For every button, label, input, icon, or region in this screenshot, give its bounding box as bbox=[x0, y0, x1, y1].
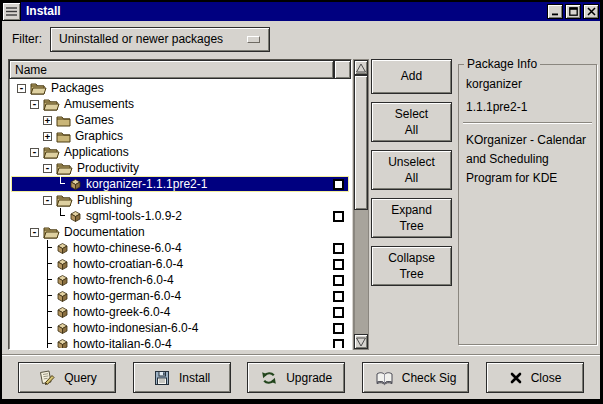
dropdown-indicator-icon bbox=[247, 36, 260, 43]
maximize-icon bbox=[569, 7, 578, 16]
tree-row[interactable]: -Packages bbox=[11, 80, 349, 96]
tree-row[interactable]: howto-greek-6.0-4 bbox=[11, 304, 349, 320]
titlebar-maximize-button[interactable] bbox=[565, 4, 581, 19]
tree-row[interactable]: howto-indonesian-6.0-4 bbox=[11, 320, 349, 336]
package-checkbox[interactable] bbox=[333, 243, 344, 254]
tree-row[interactable]: -Documentation bbox=[11, 224, 349, 240]
filter-label: Filter: bbox=[12, 32, 42, 46]
query-button[interactable]: Query bbox=[18, 362, 116, 393]
query-icon bbox=[37, 369, 56, 387]
tree-row[interactable]: howto-italian-6.0-4 bbox=[11, 336, 349, 348]
add-button[interactable]: Add bbox=[371, 59, 452, 94]
package-info-body: korganizer 1.1.1pre2-1 KOrganizer - Cale… bbox=[459, 65, 596, 189]
package-icon bbox=[56, 274, 69, 287]
tree-row[interactable]: -Amusements bbox=[11, 96, 349, 112]
folder-open-icon bbox=[43, 98, 60, 111]
upgrade-button[interactable]: Upgrade bbox=[247, 362, 345, 393]
tree-row[interactable]: sgml-tools-1.0.9-2 bbox=[11, 208, 349, 224]
name-column-header[interactable]: Name bbox=[9, 60, 334, 79]
package-info-panel: Package Info korganizer 1.1.1pre2-1 KOrg… bbox=[458, 64, 597, 345]
tree-expander-icon[interactable]: - bbox=[17, 84, 26, 93]
package-checkbox[interactable] bbox=[333, 307, 344, 318]
tree-row[interactable]: -Applications bbox=[11, 144, 349, 160]
package-icon bbox=[56, 306, 69, 319]
tree-expander-icon[interactable]: - bbox=[30, 228, 39, 237]
tree-row[interactable]: howto-french-6.0-4 bbox=[11, 272, 349, 288]
minimize-icon bbox=[551, 7, 560, 16]
tree-connector bbox=[43, 304, 52, 320]
tree-item-label: korganizer-1.1.1pre2-1 bbox=[86, 177, 207, 191]
tree-connector bbox=[43, 288, 52, 304]
tree-row[interactable]: howto-croatian-6.0-4 bbox=[11, 256, 349, 272]
tree-item-label: Publishing bbox=[77, 193, 132, 207]
tree-row[interactable]: +Games bbox=[11, 112, 349, 128]
scroll-down-button[interactable] bbox=[354, 334, 368, 349]
install-button[interactable]: Install bbox=[133, 362, 231, 393]
tree-connector bbox=[43, 272, 52, 288]
package-checkbox[interactable] bbox=[333, 339, 344, 349]
filter-dropdown[interactable]: Uninstalled or newer packages bbox=[50, 27, 270, 52]
tree-item-label: Games bbox=[75, 113, 114, 127]
tree-item-label: howto-croatian-6.0-4 bbox=[73, 257, 183, 271]
package-checkbox[interactable] bbox=[333, 275, 344, 286]
tree-connector bbox=[56, 176, 65, 192]
side-buttons: AddSelect AllUnselect AllExpand TreeColl… bbox=[371, 59, 452, 286]
select-all-button[interactable]: Select All bbox=[371, 102, 452, 142]
titlebar: Install bbox=[2, 2, 600, 21]
tree-row[interactable]: +Graphics bbox=[11, 128, 349, 144]
titlebar-close-button[interactable] bbox=[583, 4, 599, 19]
tree-row[interactable]: howto-german-6.0-4 bbox=[11, 288, 349, 304]
tree-expander-icon[interactable]: - bbox=[43, 164, 52, 173]
folder-open-icon bbox=[30, 82, 47, 95]
close-button-label: Close bbox=[531, 371, 562, 385]
tree-row[interactable]: -Productivity bbox=[11, 160, 349, 176]
unselect-all-button[interactable]: Unselect All bbox=[371, 150, 452, 190]
package-checkbox[interactable] bbox=[333, 323, 344, 334]
tree-expander-icon[interactable]: + bbox=[43, 132, 52, 141]
check-sig-button[interactable]: Check Sig bbox=[362, 362, 470, 393]
checkbox-column-header[interactable] bbox=[334, 60, 351, 79]
tree-expander-icon[interactable]: - bbox=[30, 148, 39, 157]
package-icon bbox=[56, 242, 69, 255]
package-checkbox[interactable] bbox=[333, 291, 344, 302]
tree-row[interactable]: korganizer-1.1.1pre2-1 bbox=[11, 176, 349, 192]
tree-indent bbox=[11, 288, 43, 304]
package-version: 1.1.1pre2-1 bbox=[466, 100, 589, 114]
package-checkbox[interactable] bbox=[333, 259, 344, 270]
tree-expander-icon[interactable]: + bbox=[43, 116, 52, 125]
tree-item-label: Graphics bbox=[75, 129, 123, 143]
tree-item-label: howto-chinese-6.0-4 bbox=[73, 241, 182, 255]
check-sig-button-label: Check Sig bbox=[402, 371, 457, 385]
collapse-tree-button[interactable]: Collapse Tree bbox=[371, 246, 452, 286]
tree-item-label: Applications bbox=[64, 145, 129, 159]
tree-item-label: howto-german-6.0-4 bbox=[73, 289, 181, 303]
query-button-label: Query bbox=[64, 371, 97, 385]
tree-item-label: howto-french-6.0-4 bbox=[73, 273, 174, 287]
folder-open-icon bbox=[56, 162, 73, 175]
scrollbar-thumb[interactable] bbox=[354, 75, 368, 210]
folder-closed-icon bbox=[56, 114, 71, 127]
tree-expander-icon[interactable]: - bbox=[30, 100, 39, 109]
tree-indent bbox=[11, 256, 43, 272]
expand-tree-button[interactable]: Expand Tree bbox=[371, 198, 452, 238]
tree-row[interactable]: -Publishing bbox=[11, 192, 349, 208]
arrow-down-icon bbox=[355, 336, 367, 348]
tree-row[interactable]: howto-chinese-6.0-4 bbox=[11, 240, 349, 256]
filter-selected-value: Uninstalled or newer packages bbox=[51, 32, 223, 46]
tree-indent bbox=[11, 272, 43, 288]
package-checkbox[interactable] bbox=[333, 211, 344, 222]
menu-icon bbox=[5, 6, 18, 17]
tree-expander-icon[interactable]: - bbox=[43, 196, 52, 205]
tree-rows: -Packages-Amusements+Games+Graphics-Appl… bbox=[11, 80, 349, 348]
titlebar-minimize-button[interactable] bbox=[547, 4, 563, 19]
window-menu-button[interactable] bbox=[2, 2, 21, 21]
package-icon bbox=[56, 290, 69, 303]
check-sig-icon bbox=[375, 369, 394, 387]
window-title: Install bbox=[21, 2, 546, 21]
scroll-up-button[interactable] bbox=[354, 60, 368, 75]
package-checkbox[interactable] bbox=[333, 179, 344, 190]
close-button[interactable]: Close bbox=[486, 362, 584, 393]
package-info-title: Package Info bbox=[464, 57, 540, 71]
vertical-scrollbar[interactable] bbox=[353, 59, 369, 350]
tree-item-label: Amusements bbox=[64, 97, 134, 111]
